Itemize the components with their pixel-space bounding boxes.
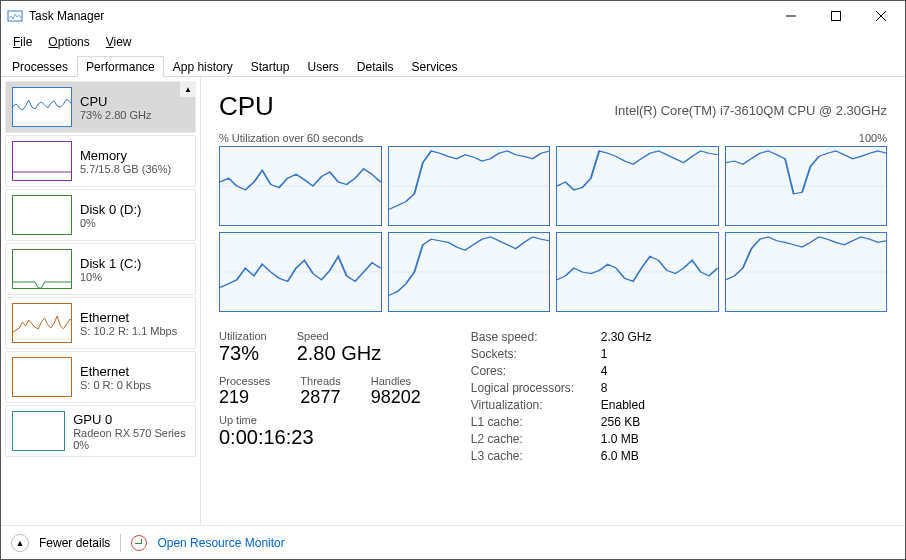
sidebar-item-label: CPU <box>80 94 152 109</box>
stat-label: Handles <box>371 375 421 387</box>
sidebar: ▲ CPU73% 2.80 GHzMemory5.7/15.8 GB (36%)… <box>1 77 201 525</box>
chart-caption-left: % Utilization over 60 seconds <box>219 132 363 144</box>
sidebar-item-sub: S: 10.2 R: 1.1 Mbps <box>80 325 177 337</box>
sidebar-item-ethernet[interactable]: EthernetS: 10.2 R: 1.1 Mbps <box>5 297 196 349</box>
thumbnail-chart <box>12 303 72 343</box>
tab-details[interactable]: Details <box>348 56 403 77</box>
sidebar-item-disk-1-c-[interactable]: Disk 1 (C:)10% <box>5 243 196 295</box>
chevron-up-icon[interactable]: ▲ <box>11 534 29 552</box>
info-value: Enabled <box>601 398 652 412</box>
stat-speed: Speed2.80 GHz <box>297 330 381 365</box>
sidebar-item-label: Disk 1 (C:) <box>80 256 141 271</box>
sidebar-item-label: Disk 0 (D:) <box>80 202 141 217</box>
stat-label: Utilization <box>219 330 267 342</box>
tab-services[interactable]: Services <box>403 56 467 77</box>
info-key: Cores: <box>471 364 601 378</box>
sidebar-item-label: Memory <box>80 148 171 163</box>
menu-view[interactable]: View <box>100 33 138 51</box>
tab-users[interactable]: Users <box>298 56 347 77</box>
sidebar-item-label: GPU 0 <box>73 412 189 427</box>
core-chart-2 <box>556 146 719 226</box>
sidebar-item-memory[interactable]: Memory5.7/15.8 GB (36%) <box>5 135 196 187</box>
stat-label: Processes <box>219 375 270 387</box>
tab-startup[interactable]: Startup <box>242 56 299 77</box>
thumbnail-chart <box>12 195 72 235</box>
tab-processes[interactable]: Processes <box>3 56 77 77</box>
info-value: 1 <box>601 347 652 361</box>
maximize-button[interactable] <box>813 1 858 31</box>
open-resource-monitor-link[interactable]: Open Resource Monitor <box>157 536 284 550</box>
stat-value: 73% <box>219 342 267 365</box>
close-button[interactable] <box>858 1 903 31</box>
core-chart-7 <box>725 232 888 312</box>
menu-file[interactable]: File <box>7 33 38 51</box>
stat-threads: Threads2877 <box>300 375 340 408</box>
window-controls <box>768 1 903 31</box>
stat-handles: Handles98202 <box>371 375 421 408</box>
core-chart-grid <box>219 146 887 312</box>
svg-rect-2 <box>831 12 840 21</box>
tab-app-history[interactable]: App history <box>164 56 242 77</box>
menubar: File Options View <box>1 31 905 55</box>
window-title: Task Manager <box>29 9 768 23</box>
tabs: Processes Performance App history Startu… <box>1 55 905 77</box>
stat-utilization: Utilization73% <box>219 330 267 365</box>
cpu-model: Intel(R) Core(TM) i7-3610QM CPU @ 2.30GH… <box>614 103 887 118</box>
sidebar-item-ethernet[interactable]: EthernetS: 0 R: 0 Kbps <box>5 351 196 403</box>
stat-value: 2877 <box>300 387 340 408</box>
sidebar-item-sub: 10% <box>80 271 141 283</box>
info-key: L1 cache: <box>471 415 601 429</box>
info-key: L2 cache: <box>471 432 601 446</box>
titlebar: Task Manager <box>1 1 905 31</box>
sidebar-item-label: Ethernet <box>80 364 151 379</box>
stat-value: 98202 <box>371 387 421 408</box>
main-panel: CPU Intel(R) Core(TM) i7-3610QM CPU @ 2.… <box>201 77 905 525</box>
core-chart-0 <box>219 146 382 226</box>
stat-label: Threads <box>300 375 340 387</box>
info-key: Virtualization: <box>471 398 601 412</box>
footer-divider <box>120 534 121 552</box>
menu-options[interactable]: Options <box>42 33 95 51</box>
sidebar-item-gpu-0[interactable]: GPU 0Radeon RX 570 Series 0% <box>5 405 196 457</box>
info-value: 2.30 GHz <box>601 330 652 344</box>
thumbnail-chart <box>12 141 72 181</box>
stat-value: 2.80 GHz <box>297 342 381 365</box>
resource-monitor-icon <box>131 535 147 551</box>
footer: ▲ Fewer details Open Resource Monitor <box>1 525 905 559</box>
sidebar-item-sub: 73% 2.80 GHz <box>80 109 152 121</box>
info-value: 8 <box>601 381 652 395</box>
core-chart-5 <box>388 232 551 312</box>
sidebar-item-sub: Radeon RX 570 Series 0% <box>73 427 189 451</box>
sidebar-item-sub: S: 0 R: 0 Kbps <box>80 379 151 391</box>
app-icon <box>7 8 23 24</box>
info-key: L3 cache: <box>471 449 601 463</box>
scroll-up-button[interactable]: ▲ <box>180 81 196 97</box>
core-chart-1 <box>388 146 551 226</box>
sidebar-item-cpu[interactable]: CPU73% 2.80 GHz <box>5 81 196 133</box>
info-value: 4 <box>601 364 652 378</box>
thumbnail-chart <box>12 357 72 397</box>
info-value: 1.0 MB <box>601 432 652 446</box>
sidebar-item-sub: 0% <box>80 217 141 229</box>
stat-value: 219 <box>219 387 270 408</box>
tab-performance[interactable]: Performance <box>77 56 164 77</box>
thumbnail-chart <box>12 87 72 127</box>
stat-processes: Processes219 <box>219 375 270 408</box>
core-chart-6 <box>556 232 719 312</box>
fewer-details-link[interactable]: Fewer details <box>39 536 110 550</box>
info-value: 6.0 MB <box>601 449 652 463</box>
stat-label: Speed <box>297 330 381 342</box>
uptime-value: 0:00:16:23 <box>219 426 421 449</box>
info-value: 256 KB <box>601 415 652 429</box>
sidebar-item-label: Ethernet <box>80 310 177 325</box>
info-key: Logical processors: <box>471 381 601 395</box>
core-chart-4 <box>219 232 382 312</box>
minimize-button[interactable] <box>768 1 813 31</box>
chart-caption-right: 100% <box>859 132 887 144</box>
cpu-info-table: Base speed:2.30 GHzSockets:1Cores:4Logic… <box>471 330 652 463</box>
sidebar-item-sub: 5.7/15.8 GB (36%) <box>80 163 171 175</box>
thumbnail-chart <box>12 411 65 451</box>
info-key: Base speed: <box>471 330 601 344</box>
content: ▲ CPU73% 2.80 GHzMemory5.7/15.8 GB (36%)… <box>1 77 905 525</box>
sidebar-item-disk-0-d-[interactable]: Disk 0 (D:)0% <box>5 189 196 241</box>
